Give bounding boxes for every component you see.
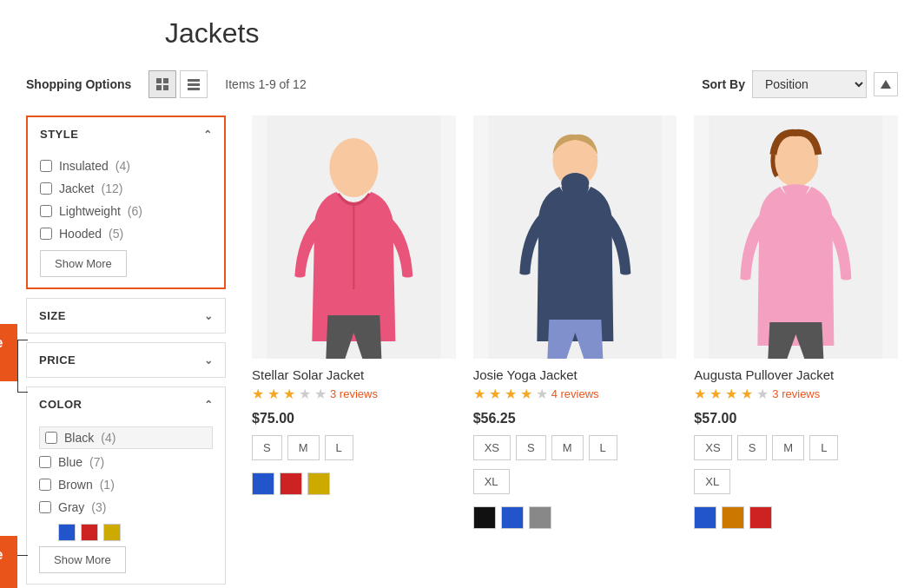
svg-rect-6 (188, 88, 200, 90)
filter-color-chevron: ⌃ (204, 399, 214, 411)
filter-size-header[interactable]: SIZE ⌄ (27, 299, 225, 333)
list-view-button[interactable] (180, 70, 208, 98)
sort-select[interactable]: Position Product Name Price (752, 70, 867, 98)
size-m-1[interactable]: M (287, 435, 320, 460)
size-m-3[interactable]: M (772, 435, 804, 460)
swatch-blue[interactable] (58, 524, 76, 541)
product-name-3[interactable]: Augusta Pullover Jacket (694, 367, 898, 382)
grid-icon (155, 77, 169, 91)
sort-direction-button[interactable] (874, 72, 898, 96)
items-count: Items 1-9 of 12 (225, 77, 306, 91)
svg-rect-1 (163, 78, 168, 83)
filter-option-insulated[interactable]: Insulated (4) (40, 155, 212, 177)
size-s-3[interactable]: S (737, 435, 768, 460)
checkbox-black[interactable] (45, 432, 57, 444)
color-show-more-button[interactable]: Show More (39, 546, 126, 573)
filter-price-label: PRICE (39, 353, 76, 367)
filter-price-header[interactable]: PRICE ⌄ (27, 343, 225, 377)
color-red-1[interactable] (280, 472, 302, 495)
product-name-1[interactable]: Stellar Solar Jacket (252, 367, 456, 382)
grid-view-button[interactable] (148, 70, 176, 98)
filter-option-brown[interactable]: Brown (1) (39, 473, 213, 496)
attribute-block-label: Attribute Block (0, 324, 17, 381)
filter-style-header[interactable]: STYLE ⌃ (28, 117, 224, 151)
swatch-red[interactable] (81, 524, 98, 541)
option-label-jacket: Jacket (59, 182, 94, 195)
color-blue-3[interactable] (694, 506, 716, 529)
option-label-black: Black (64, 431, 94, 445)
size-l-3[interactable]: L (809, 435, 838, 460)
color-blue-2[interactable] (501, 506, 524, 529)
option-label-lightweight: Lightweight (59, 204, 121, 218)
checkbox-insulated[interactable] (40, 160, 52, 172)
star-1-5: ★ (314, 386, 327, 402)
color-swatches-3 (694, 506, 898, 529)
style-show-more-button[interactable]: Show More (40, 250, 127, 277)
checkbox-blue[interactable] (39, 456, 51, 468)
checkbox-lightweight[interactable] (40, 205, 52, 217)
filter-color-body: Black (4) Blue (7) Brown (1) (27, 421, 225, 584)
filter-option-lightweight[interactable]: Lightweight (6) (40, 200, 212, 222)
sidebar: Attribute Block Attribute Option STYLE ⌃… (26, 116, 226, 588)
color-black-2[interactable] (473, 506, 496, 529)
reviews-link-1[interactable]: 3 reviews (330, 387, 378, 400)
size-options-3b: XL (694, 469, 898, 494)
reviews-link-2[interactable]: 4 reviews (551, 387, 599, 400)
color-yellow-1[interactable] (307, 472, 330, 495)
star-2-3: ★ (505, 386, 517, 402)
product-rating-2: ★ ★ ★ ★ ★ 4 reviews (473, 386, 677, 402)
attr-block-line-bottom (17, 392, 28, 393)
color-swatches-1 (252, 472, 456, 495)
product-card-3: Augusta Pullover Jacket ★ ★ ★ ★ ★ 3 revi… (694, 116, 898, 588)
filter-option-blue[interactable]: Blue (7) (39, 451, 213, 473)
star-3-3: ★ (725, 386, 737, 402)
product-rating-1: ★ ★ ★ ★ ★ 3 reviews (252, 386, 456, 402)
size-l-2[interactable]: L (589, 435, 617, 460)
product-name-2[interactable]: Josie Yoga Jacket (473, 367, 677, 382)
svg-rect-4 (188, 79, 200, 82)
svg-marker-7 (881, 80, 891, 89)
size-m-2[interactable]: M (551, 435, 584, 460)
size-xl-3[interactable]: XL (694, 469, 730, 494)
checkbox-brown[interactable] (39, 479, 51, 491)
filter-option-black[interactable]: Black (4) (39, 426, 213, 449)
filter-style-chevron: ⌃ (203, 129, 213, 141)
star-3-2: ★ (710, 386, 722, 402)
svg-rect-5 (188, 83, 200, 86)
product-image-3[interactable] (694, 116, 898, 359)
color-swatches-2 (473, 506, 677, 529)
product-image-2[interactable] (473, 116, 677, 359)
star-1-4: ★ (299, 386, 311, 402)
checkbox-hooded[interactable] (40, 228, 52, 240)
size-xs-3[interactable]: XS (694, 435, 731, 460)
filter-color-header[interactable]: COLOR ⌃ (27, 387, 225, 421)
color-red-3[interactable] (749, 506, 772, 529)
swatch-yellow[interactable] (103, 524, 121, 541)
product-image-1[interactable] (252, 116, 456, 359)
filter-size-label: SIZE (39, 309, 66, 322)
size-options-2: XS S M L (473, 435, 677, 460)
reviews-link-3[interactable]: 3 reviews (772, 387, 820, 400)
color-gray-2[interactable] (529, 506, 551, 529)
size-l-1[interactable]: L (325, 435, 353, 460)
view-toggle (148, 70, 208, 98)
size-s-2[interactable]: S (516, 435, 546, 460)
shopping-options-label: Shopping Options (26, 77, 131, 91)
star-1-1: ★ (252, 386, 264, 402)
sort-area: Sort By Position Product Name Price (702, 70, 898, 98)
filter-option-hooded[interactable]: Hooded (5) (40, 222, 212, 245)
filter-color-label: COLOR (39, 398, 82, 411)
size-xl-2[interactable]: XL (473, 469, 510, 494)
list-icon (187, 77, 201, 91)
option-count-insulated: (4) (116, 159, 130, 173)
filter-option-gray[interactable]: Gray (3) (39, 496, 213, 519)
size-xs-2[interactable]: XS (473, 435, 511, 460)
checkbox-gray[interactable] (39, 501, 51, 513)
color-blue-1[interactable] (252, 472, 274, 495)
size-s-1[interactable]: S (252, 435, 282, 460)
color-orange-3[interactable] (722, 506, 744, 529)
checkbox-jacket[interactable] (40, 182, 52, 195)
filter-option-jacket[interactable]: Jacket (12) (40, 177, 212, 200)
size-options-1: S M L (252, 435, 456, 460)
option-count-blue: (7) (89, 455, 104, 469)
